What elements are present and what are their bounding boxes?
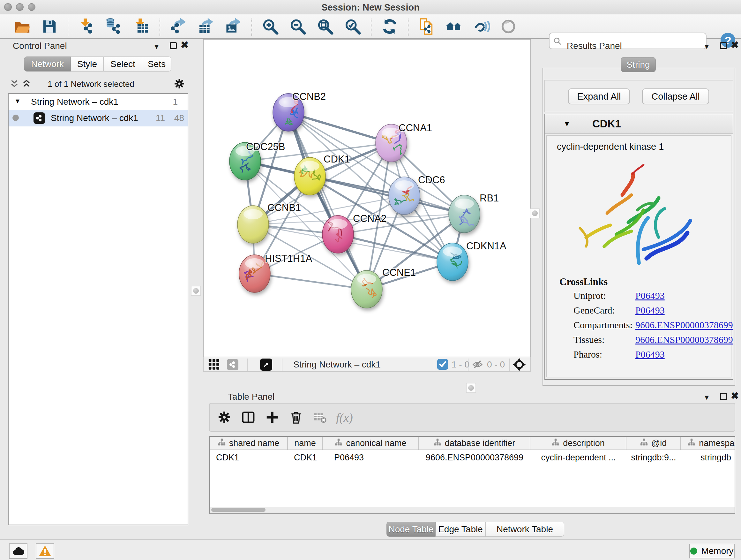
save-session-icon	[41, 18, 58, 36]
network-edge-HIST1H1A-CCNE1[interactable]	[255, 273, 367, 289]
column-header-name[interactable]: name	[288, 437, 323, 449]
network-node-CDKN1A[interactable]: CDKN1A	[437, 240, 507, 281]
control-panel-close-icon[interactable]: ✖	[181, 41, 189, 49]
add-column-plus-icon[interactable]	[264, 409, 280, 425]
tab-select[interactable]: Select	[104, 57, 142, 71]
table-row[interactable]: CDK1CDK1P064939606.ENSP00000378699cyclin…	[210, 450, 735, 465]
birdseye-toggle-icon[interactable]	[260, 359, 272, 371]
column-header-namespace[interactable]: namespace	[681, 437, 735, 449]
memory-button[interactable]: Memory	[689, 544, 735, 558]
show-graphics-details-icon	[473, 18, 490, 36]
entry-gene-name: CDK1	[592, 118, 621, 130]
network-canvas[interactable]: CCNB2CCNA1CDC25BCDK1CDC6RB1CCNB1CCNA2CDK…	[203, 39, 531, 357]
network-node-CCNE1[interactable]: CCNE1	[351, 267, 416, 308]
table-cell[interactable]: stringdb:9...	[626, 450, 681, 465]
cloud-status-button[interactable]	[9, 543, 27, 559]
zoom-fit-content-button[interactable]	[315, 17, 335, 37]
table-panel-float-icon[interactable]	[720, 393, 727, 400]
zoom-out-button[interactable]	[288, 17, 308, 37]
show-graphics-details-button[interactable]	[472, 17, 491, 37]
vertical-splitter-grip-left[interactable]	[191, 286, 201, 296]
selected-nodes-checkbox[interactable]	[437, 359, 448, 370]
window-titlebar: Session: New Session	[0, 0, 741, 14]
network-type-icon[interactable]	[227, 359, 239, 370]
import-table-from-file-button[interactable]	[131, 17, 151, 37]
crosslink-value-link[interactable]: 9606.ENSP00000378699	[635, 334, 733, 345]
scrollbar-thumb[interactable]	[211, 508, 266, 512]
results-panel-float-icon[interactable]	[720, 42, 727, 49]
network-graph[interactable]: CCNB2CCNA1CDC25BCDK1CDC6RB1CCNB1CCNA2CDK…	[204, 40, 530, 357]
control-panel-title: Control Panel	[13, 41, 67, 51]
results-panel-menu-arrow-icon[interactable]: ▾	[704, 42, 709, 51]
table-panel-close-icon[interactable]: ✖	[731, 392, 739, 400]
export-network-button[interactable]	[169, 17, 188, 37]
results-panel-tab-string[interactable]: String	[621, 57, 656, 72]
column-header-description[interactable]: description	[530, 437, 626, 449]
crosslink-value-link[interactable]: P06493	[635, 305, 665, 316]
table-cell[interactable]: 9606.ENSP00000378699	[419, 450, 530, 465]
table-cell[interactable]: CDK1	[288, 450, 323, 465]
column-header-database-identifier[interactable]: database identifier	[419, 437, 530, 449]
table-cell[interactable]: cyclin-dependent ...	[530, 450, 626, 465]
network-collection-row[interactable]: ▾ String Network – cdk1 1	[9, 94, 188, 110]
import-network-from-database-button[interactable]	[104, 17, 124, 37]
table-settings-gear-icon[interactable]	[216, 409, 232, 425]
export-image-button[interactable]	[223, 17, 243, 37]
grid-view-icon[interactable]	[208, 358, 220, 372]
network-node-label: CDK1	[324, 153, 350, 165]
column-header-canonical-name[interactable]: canonical name	[323, 437, 419, 449]
tab-network-table[interactable]: Network Table	[486, 522, 564, 537]
tree-expand-arrow-icon[interactable]: ▾	[16, 97, 19, 105]
results-panel-close-icon[interactable]: ✖	[731, 41, 739, 49]
network-collection-label: String Network – cdk1	[31, 97, 118, 107]
table-horizontal-scrollbar[interactable]	[210, 507, 735, 513]
table-cell[interactable]: stringdb	[681, 450, 735, 465]
column-header-shared-name[interactable]: shared name	[210, 437, 288, 449]
edge-count-badge: 48	[168, 113, 184, 123]
network-node-CCNB2[interactable]: CCNB2	[273, 91, 326, 131]
open-session-icon	[13, 18, 30, 36]
tab-edge-table[interactable]: Edge Table	[435, 522, 486, 537]
network-tree-list: ▾ String Network – cdk1 1 String Network…	[8, 93, 188, 525]
crosslink-value-link[interactable]: P06493	[635, 349, 665, 360]
delete-column-trash-icon[interactable]	[288, 409, 304, 425]
export-table-button[interactable]	[196, 17, 216, 37]
import-network-from-file-button[interactable]	[77, 17, 96, 37]
apply-preferred-layout-button[interactable]	[380, 17, 400, 37]
fit-selected-crosshair-icon[interactable]	[512, 358, 526, 373]
vertical-splitter-grip-right[interactable]	[530, 208, 540, 218]
expand-all-button[interactable]: Expand All	[568, 88, 630, 105]
save-session-button[interactable]	[40, 17, 59, 37]
tab-style[interactable]: Style	[71, 57, 104, 71]
table-cell[interactable]: P06493	[323, 450, 419, 465]
horizontal-splitter-grip[interactable]	[466, 383, 476, 393]
network-row-label: String Network – cdk1	[51, 113, 138, 123]
show-columns-icon[interactable]	[240, 409, 256, 425]
first-neighbors-button[interactable]	[444, 17, 464, 37]
entry-collapse-arrow-icon[interactable]: ▾	[565, 119, 569, 129]
new-network-from-selection-button[interactable]	[417, 17, 436, 37]
network-options-gear-icon[interactable]	[173, 78, 185, 91]
tab-sets[interactable]: Sets	[142, 57, 172, 71]
collapse-all-button[interactable]: Collapse All	[642, 88, 709, 105]
network-node-CDC6[interactable]: CDC6	[389, 174, 445, 214]
zoom-selected-button[interactable]	[343, 17, 362, 37]
cdk1-entry-header[interactable]: ▾ CDK1	[545, 114, 733, 134]
open-session-button[interactable]	[12, 17, 32, 37]
control-panel-float-icon[interactable]	[170, 42, 177, 49]
control-panel-menu-arrow-icon[interactable]: ▾	[154, 42, 158, 51]
network-node-HIST1H1A[interactable]: HIST1H1A	[239, 253, 312, 293]
birdseye-preview-button[interactable]	[499, 17, 519, 37]
table-panel-menu-arrow-icon[interactable]: ▾	[704, 393, 709, 401]
network-node-RB1[interactable]: RB1	[449, 192, 499, 233]
tab-node-table[interactable]: Node Table	[387, 522, 435, 537]
table-cell[interactable]: CDK1	[210, 450, 288, 465]
warnings-button[interactable]	[36, 543, 54, 559]
collection-count-badge: 1	[165, 97, 178, 107]
column-header--id[interactable]: @id	[626, 437, 681, 449]
crosslink-value-link[interactable]: P06493	[635, 290, 665, 301]
network-row-selected[interactable]: String Network – cdk1 11 48	[9, 110, 188, 126]
zoom-in-button[interactable]	[260, 17, 280, 37]
crosslink-value-link[interactable]: 9606.ENSP00000378699	[635, 320, 733, 330]
tab-network[interactable]: Network	[24, 57, 71, 71]
